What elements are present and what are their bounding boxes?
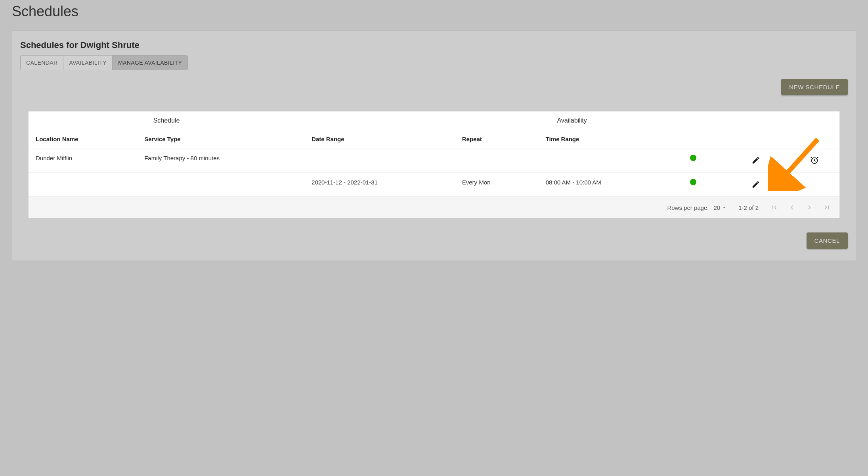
last-page-button[interactable] [823, 203, 831, 211]
cell-time-range [539, 148, 664, 173]
header-repeat: Repeat [455, 130, 539, 148]
group-header-schedule: Schedule [29, 111, 304, 130]
cell-date-range: 2020-11-12 - 2022-01-31 [304, 173, 455, 197]
edit-button[interactable] [750, 155, 761, 166]
tab-manage-availability[interactable]: MANAGE AVAILABILITY [113, 56, 187, 70]
alarm-button[interactable] [809, 155, 820, 166]
status-indicator [690, 155, 696, 161]
status-indicator [690, 179, 696, 185]
card-title: Schedules for Dwight Shrute [20, 40, 848, 50]
pencil-icon [751, 180, 760, 189]
cell-date-range [304, 148, 455, 173]
rows-per-page-value: 20 [713, 204, 720, 211]
chevron-left-icon [788, 203, 796, 211]
cell-repeat: Every Mon [455, 173, 539, 197]
edit-button[interactable] [750, 179, 761, 190]
last-page-icon [823, 203, 831, 211]
tab-availability[interactable]: AVAILABILITY [63, 56, 113, 70]
pencil-icon [751, 156, 760, 165]
cell-repeat [455, 148, 539, 173]
header-location: Location Name [29, 130, 137, 148]
group-header-availability: Availability [304, 111, 839, 130]
next-page-button[interactable] [805, 203, 813, 211]
cell-location: Dunder Mifflin [29, 148, 137, 173]
tab-calendar[interactable]: CALENDAR [21, 56, 63, 70]
header-date-range: Date Range [304, 130, 455, 148]
prev-page-button[interactable] [788, 203, 796, 211]
header-time-range: Time Range [539, 130, 664, 148]
cell-time-range: 08:00 AM - 10:00 AM [539, 173, 664, 197]
first-page-button[interactable] [770, 203, 778, 211]
alarm-clock-icon [810, 156, 819, 165]
schedule-table: Schedule Availability Location Name Serv… [28, 111, 840, 218]
pagination-range: 1-2 of 2 [738, 204, 759, 211]
cancel-button[interactable]: CANCEL [807, 232, 848, 249]
tab-bar: CALENDAR AVAILABILITY MANAGE AVAILABILIT… [20, 55, 188, 70]
chevron-down-icon [722, 205, 727, 210]
pagination-bar: Rows per page: 20 1-2 of 2 [29, 197, 839, 218]
rows-per-page-select[interactable]: 20 [713, 204, 727, 211]
cell-location [29, 173, 137, 197]
new-schedule-button[interactable]: NEW SCHEDULE [781, 79, 848, 95]
cell-service-type: Family Therapy - 80 minutes [137, 148, 304, 173]
table-row: 2020-11-12 - 2022-01-31 Every Mon 08:00 … [29, 173, 839, 197]
first-page-icon [770, 203, 778, 211]
rows-per-page-label: Rows per page: [667, 204, 709, 211]
chevron-right-icon [805, 203, 813, 211]
schedule-card: Schedules for Dwight Shrute CALENDAR AVA… [12, 30, 856, 261]
page-title: Schedules [12, 3, 856, 20]
cell-service-type [137, 173, 304, 197]
table-row: Dunder Mifflin Family Therapy - 80 minut… [29, 148, 839, 173]
header-service-type: Service Type [137, 130, 304, 148]
